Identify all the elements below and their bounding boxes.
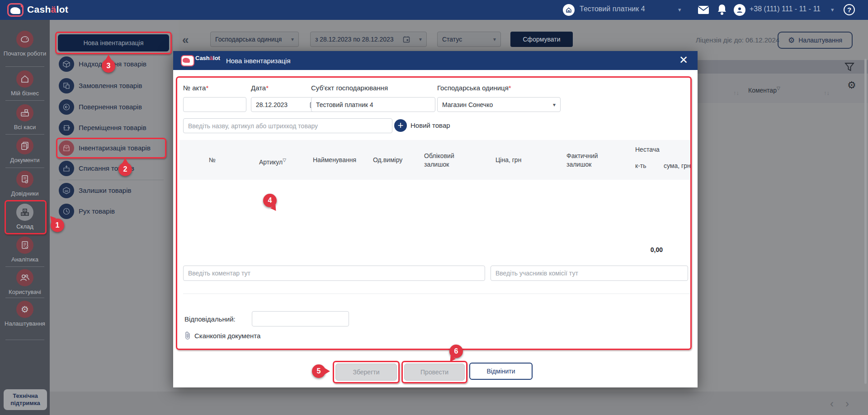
goods-stock-icon[interactable] bbox=[59, 183, 74, 198]
getting-started-icon[interactable] bbox=[16, 31, 33, 48]
account-caret-icon[interactable]: ▾ bbox=[678, 6, 681, 13]
generate-button[interactable]: Сформувати bbox=[510, 32, 573, 47]
sidebar-item-settings[interactable]: Налаштування bbox=[0, 320, 50, 327]
sort-icon[interactable]: ↑↓ bbox=[824, 89, 830, 96]
column-filter-icon[interactable]: ▽ bbox=[777, 86, 780, 91]
divider bbox=[59, 180, 164, 180]
divider bbox=[5, 266, 44, 267]
annotation-badge-1: 1 bbox=[51, 219, 64, 232]
annotation-badge-6: 6 bbox=[449, 345, 463, 358]
menu-item-goods-movement[interactable]: Рух товарів bbox=[79, 207, 115, 215]
divider bbox=[5, 298, 44, 298]
divider bbox=[5, 168, 44, 168]
annotation-box-post bbox=[401, 361, 467, 383]
phone-number: +38 (111) 111 - 11 - 11 bbox=[750, 5, 821, 13]
annotation-box-inventory-item bbox=[56, 138, 166, 159]
goods-order-icon[interactable] bbox=[59, 78, 74, 93]
close-icon[interactable]: ✕ bbox=[679, 54, 688, 66]
sidebar-item-cash-registers[interactable]: Всі каси bbox=[0, 124, 50, 131]
help-icon[interactable]: ? bbox=[844, 4, 855, 15]
bell-icon[interactable] bbox=[717, 4, 727, 15]
goods-transfer-icon[interactable] bbox=[59, 120, 74, 135]
scrollbar[interactable] bbox=[864, 59, 867, 384]
my-business-icon[interactable] bbox=[16, 70, 33, 88]
chevron-down-icon: ▾ bbox=[493, 36, 496, 42]
sidebar-item-directories[interactable]: Довідники bbox=[0, 190, 50, 197]
tech-support-button[interactable]: Технічна підтримка bbox=[4, 389, 47, 410]
whale-icon bbox=[10, 7, 20, 14]
annotation-badge-5: 5 bbox=[312, 364, 326, 378]
license-expiry-text: Ліцензія діє до: 06.12.2024 bbox=[696, 36, 779, 44]
settings-button[interactable]: ⚙ Налаштування bbox=[778, 32, 853, 49]
modal-cashalot-logo bbox=[181, 55, 194, 66]
divider bbox=[5, 340, 44, 340]
sidebar-item-my-business[interactable]: Мій бізнес bbox=[0, 90, 50, 97]
menu-item-goods-stock[interactable]: Залишки товарів bbox=[79, 187, 132, 194]
annotation-box-new-inventory bbox=[55, 32, 172, 54]
goods-receipt-icon[interactable] bbox=[59, 56, 74, 72]
sidebar-item-analytics[interactable]: Аналітика bbox=[0, 256, 50, 263]
modal-title: Нова інвентаризація bbox=[226, 57, 291, 65]
menu-item-goods-order[interactable]: Замовлення товарів bbox=[79, 82, 142, 89]
bg-comment-column[interactable]: Коментар▽ bbox=[748, 86, 780, 94]
table-settings-gear-icon[interactable]: ⚙ bbox=[847, 79, 856, 91]
chevron-down-icon: ▾ bbox=[419, 36, 422, 42]
account-switcher[interactable]: Тестовий платник 4 bbox=[580, 5, 645, 13]
collapse-menu-icon[interactable]: « bbox=[182, 33, 189, 47]
status-filter[interactable]: Статус ▾ bbox=[437, 32, 501, 47]
divider bbox=[5, 100, 44, 101]
sidebar-item-documents[interactable]: Документи bbox=[0, 157, 50, 163]
sort-icon[interactable]: ↑↓ bbox=[733, 89, 739, 96]
user-avatar-icon[interactable] bbox=[734, 4, 745, 16]
page-prev-icon[interactable]: ‹ bbox=[830, 397, 834, 410]
divider bbox=[5, 66, 44, 67]
whale-icon bbox=[183, 58, 190, 63]
logo-heart-icon: ♥ bbox=[20, 4, 23, 9]
annotation-badge-2: 2 bbox=[118, 163, 132, 176]
filter-funnel-icon[interactable] bbox=[844, 62, 854, 72]
chevron-down-icon: ▾ bbox=[291, 36, 294, 42]
users-icon[interactable] bbox=[16, 269, 33, 286]
brand-title: Cashälot bbox=[27, 4, 68, 15]
annotation-box-save bbox=[333, 361, 400, 383]
menu-item-goods-transfer[interactable]: Переміщення товарів bbox=[79, 124, 146, 131]
annotation-box-modal-form bbox=[176, 76, 692, 350]
cancel-button[interactable]: Відмінити bbox=[469, 363, 533, 380]
settings-button-label: Налаштування bbox=[798, 37, 842, 44]
annotation-badge-4: 4 bbox=[263, 194, 277, 207]
goods-return-icon[interactable] bbox=[59, 99, 74, 115]
mail-icon[interactable] bbox=[698, 5, 709, 14]
cashalot-logo: ♥ bbox=[7, 3, 24, 17]
app-screen: ♥ Cashälot Тестовий платник 4 ▾ +38 (111… bbox=[0, 0, 868, 415]
business-unit-filter[interactable]: Господарська одиниця ▾ bbox=[210, 32, 299, 47]
goods-movement-icon[interactable] bbox=[59, 204, 74, 219]
date-range-filter[interactable]: з 28.12.2023 по 28.12.2023 ▾ bbox=[310, 32, 427, 47]
home-icon bbox=[563, 4, 575, 16]
calendar-icon[interactable] bbox=[403, 36, 410, 43]
page-next-icon[interactable]: › bbox=[845, 397, 849, 410]
phone-caret-icon[interactable]: ▾ bbox=[831, 6, 834, 13]
cash-registers-icon[interactable] bbox=[16, 104, 33, 121]
status-filter-label: Статус bbox=[442, 36, 462, 43]
sidebar-item-users[interactable]: Користувачі bbox=[0, 289, 50, 295]
modal-brand-text: Cashälot bbox=[195, 55, 220, 61]
analytics-icon[interactable] bbox=[16, 237, 33, 254]
top-bar: ♥ Cashälot Тестовий платник 4 ▾ +38 (111… bbox=[0, 0, 868, 20]
menu-item-goods-return[interactable]: Повернення товарів bbox=[79, 103, 142, 111]
settings-gear-icon[interactable]: ⚙ bbox=[16, 301, 33, 318]
divider bbox=[5, 134, 44, 135]
date-range-value: з 28.12.2023 по 28.12.2023 bbox=[315, 36, 394, 43]
goods-writeoff-icon[interactable] bbox=[59, 161, 74, 176]
gear-icon: ⚙ bbox=[788, 36, 795, 45]
annotation-badge-3: 3 bbox=[102, 59, 115, 73]
pagination-bar bbox=[50, 392, 868, 415]
directories-icon[interactable] bbox=[16, 171, 33, 188]
documents-icon[interactable] bbox=[16, 137, 33, 154]
sidebar-item-getting-started[interactable]: Початок роботи bbox=[0, 50, 50, 57]
annotation-box-warehouse bbox=[5, 200, 47, 234]
business-unit-filter-label: Господарська одиниця bbox=[215, 36, 282, 43]
